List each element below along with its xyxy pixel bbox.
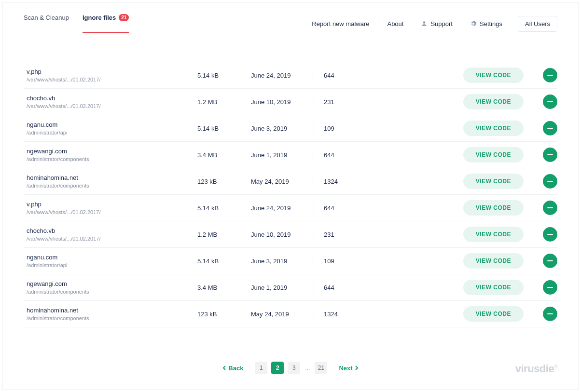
pager-page-1[interactable]: 1 xyxy=(255,362,267,374)
remove-button[interactable] xyxy=(543,201,557,215)
file-name: hominahomina.net xyxy=(27,174,197,181)
tab-label: Scan & Cleanup xyxy=(24,14,69,21)
divider xyxy=(241,150,241,159)
settings-link[interactable]: Settings xyxy=(461,20,511,27)
view-code-button[interactable]: VIEW CODE xyxy=(463,94,524,109)
table-row: nganu.com/administrator/api5.14 kBJune 3… xyxy=(24,248,557,274)
tab-scan-cleanup[interactable]: Scan & Cleanup xyxy=(24,14,69,33)
file-path: /administrator/components xyxy=(27,315,197,321)
file-path: /administrator/api xyxy=(27,262,197,268)
file-date: June 1, 2019 xyxy=(251,284,304,291)
divider xyxy=(241,177,241,186)
brand-mark: ® xyxy=(554,364,557,369)
about-link[interactable]: About xyxy=(378,20,412,27)
file-size: 123 kB xyxy=(197,311,231,318)
link-label: Settings xyxy=(480,20,502,27)
remove-button[interactable] xyxy=(543,68,557,82)
tab-label: Ignore files xyxy=(83,14,116,21)
remove-button[interactable] xyxy=(543,174,557,189)
file-name: chocho.vb xyxy=(27,95,197,102)
remove-button[interactable] xyxy=(543,307,557,321)
divider xyxy=(314,310,314,318)
view-code-button[interactable]: VIEW CODE xyxy=(463,174,524,189)
file-cell: hominahomina.net/administrator/component… xyxy=(24,307,197,321)
file-name: nganu.com xyxy=(27,254,197,261)
file-size: 5.14 kB xyxy=(197,125,231,132)
divider xyxy=(314,177,314,186)
view-code-button[interactable]: VIEW CODE xyxy=(463,253,524,269)
remove-button[interactable] xyxy=(543,254,557,268)
file-permissions: 1324 xyxy=(324,311,367,318)
pager-back[interactable]: Back xyxy=(219,365,247,372)
table-row: nganu.com/administrator/api5.14 kBJune 3… xyxy=(24,115,557,142)
pager-numbers: 123...21 xyxy=(255,362,327,374)
file-size: 3.4 MB xyxy=(197,151,231,159)
view-code-button[interactable]: VIEW CODE xyxy=(463,306,524,322)
divider xyxy=(314,230,314,239)
brand-name: virusdie xyxy=(515,363,554,375)
table-row: chocho.vb/var/www/vhosts/.../01.02.2017/… xyxy=(24,89,557,115)
file-permissions: 231 xyxy=(324,231,367,238)
brand-logo: virusdie® xyxy=(515,363,557,375)
remove-button[interactable] xyxy=(543,148,557,162)
file-date: June 3, 2019 xyxy=(251,257,304,265)
file-permissions: 109 xyxy=(324,257,367,265)
divider xyxy=(314,150,314,159)
view-code-button[interactable]: VIEW CODE xyxy=(463,121,524,136)
view-code-button[interactable]: VIEW CODE xyxy=(463,200,524,216)
pager-ellipsis: ... xyxy=(304,365,311,371)
file-date: June 24, 2019 xyxy=(251,204,304,212)
ignored-files-table: v.php/var/www/vhosts/.../01.02.2017/5.14… xyxy=(24,62,557,349)
file-permissions: 109 xyxy=(324,125,367,132)
file-name: hominahomina.net xyxy=(27,307,197,314)
remove-button[interactable] xyxy=(543,95,557,109)
pager-page-21[interactable]: 21 xyxy=(315,362,327,374)
file-path: /var/www/vhosts/.../01.02.2017/ xyxy=(27,77,197,82)
file-cell: nganu.com/administrator/api xyxy=(24,254,197,268)
file-cell: v.php/var/www/vhosts/.../01.02.2017/ xyxy=(24,68,197,82)
file-cell: hominahomina.net/administrator/component… xyxy=(24,174,197,189)
file-cell: nganu.com/administrator/api xyxy=(24,121,197,135)
file-name: v.php xyxy=(27,201,197,208)
tab-ignore-files[interactable]: Ignore files 21 xyxy=(83,14,129,33)
divider xyxy=(241,230,241,239)
remove-button[interactable] xyxy=(543,280,557,295)
file-name: ngewangi.com xyxy=(27,280,197,287)
report-malware-link[interactable]: Report new malware xyxy=(303,20,378,27)
table-row: ngewangi.com/administrator/components3.4… xyxy=(24,142,557,168)
file-date: May 24, 2019 xyxy=(251,178,304,185)
page-tabs: Scan & Cleanup Ignore files 21 xyxy=(24,14,129,33)
remove-button[interactable] xyxy=(543,121,557,135)
file-cell: chocho.vb/var/www/vhosts/.../01.02.2017/ xyxy=(24,227,197,242)
file-path: /administrator/components xyxy=(27,289,197,295)
support-link[interactable]: Support xyxy=(412,20,461,27)
table-row: v.php/var/www/vhosts/.../01.02.2017/5.14… xyxy=(24,195,557,221)
view-code-button[interactable]: VIEW CODE xyxy=(463,68,524,83)
view-code-button[interactable]: VIEW CODE xyxy=(463,280,524,295)
file-cell: ngewangi.com/administrator/components xyxy=(24,148,197,162)
divider xyxy=(314,283,314,292)
view-code-button[interactable]: VIEW CODE xyxy=(463,147,524,162)
divider xyxy=(241,97,241,106)
view-code-button[interactable]: VIEW CODE xyxy=(463,227,524,242)
pager-next-label: Next xyxy=(339,365,352,372)
file-date: May 24, 2019 xyxy=(251,311,304,318)
file-path: /var/www/vhosts/.../01.02.2017/ xyxy=(27,236,197,242)
divider xyxy=(241,203,241,212)
remove-button[interactable] xyxy=(543,227,557,242)
file-permissions: 644 xyxy=(324,151,367,159)
app-frame: Scan & Cleanup Ignore files 21 Report ne… xyxy=(2,2,579,390)
file-size: 3.4 MB xyxy=(197,284,231,291)
pager-back-label: Back xyxy=(228,365,243,372)
pager-page-2[interactable]: 2 xyxy=(271,362,284,374)
user-filter-dropdown[interactable]: All Users xyxy=(518,16,557,32)
table-row: hominahomina.net/administrator/component… xyxy=(24,301,557,327)
ignore-count-badge: 21 xyxy=(119,14,129,21)
pager-next[interactable]: Next xyxy=(335,365,362,372)
divider xyxy=(241,71,241,80)
divider xyxy=(241,283,241,292)
table-row: hominahomina.net/administrator/component… xyxy=(24,168,557,195)
file-permissions: 644 xyxy=(324,284,367,291)
pager-page-3[interactable]: 3 xyxy=(288,362,300,374)
file-size: 5.14 kB xyxy=(197,72,231,79)
